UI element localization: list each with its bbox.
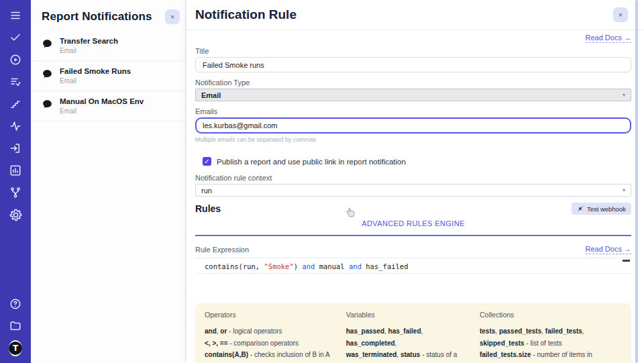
cheatsheet-line: was_terminated, status - status of a run [346,349,468,363]
chat-bubble-icon [42,38,53,50]
column-header: Variables [346,311,468,319]
notification-title: Manual On MacOS Env [60,97,144,107]
report-notifications-panel: Report Notifications × Transfer Search E… [31,0,186,363]
notification-title: Failed Smoke Runs [60,66,131,76]
notification-rule-panel: Notification Rule × Read Docs → Title No… [186,0,644,363]
notification-type-select[interactable]: Email ▾ [195,89,631,101]
cheatsheet-line: tests, passed_tests, failed_tests, skipp… [480,325,622,349]
notification-type-value: Email [201,91,221,99]
chart-icon[interactable] [9,164,22,177]
import-icon[interactable] [9,142,22,155]
notification-list-item[interactable]: Transfer Search Email [31,31,185,61]
cheatsheet-line: has_passed, has_failed, has_completed, [346,325,468,349]
notification-type-label: Notification Type [195,79,631,87]
rule-close-button[interactable]: × [613,7,628,22]
rule-context-select[interactable]: run ▾ [195,184,631,197]
rule-expression-code[interactable]: contains(run, "Smoke") and manual and ha… [195,258,631,274]
test-webhook-button[interactable]: Test webhook [572,203,631,215]
cheatsheet-column-operators: Operators and, or - logical operators <,… [205,311,334,363]
app-sidebar: T [0,0,31,363]
check-icon[interactable] [9,31,22,44]
notification-list-item[interactable]: Manual On MacOS Env Email [31,91,185,121]
panel-title: Report Notifications [42,10,152,23]
page-title: Notification Rule [195,7,297,22]
projects-folder-icon[interactable] [9,319,22,333]
cheatsheet-line: <, >, == - comparison operators [205,338,334,350]
emails-input[interactable] [195,117,631,134]
swap-arrows-icon [577,205,584,212]
emails-label: Emails [195,107,631,115]
test-webhook-label: Test webhook [587,205,626,213]
rule-expression-label: Rule Expression [195,246,249,254]
logo-icon[interactable]: T [9,342,22,355]
rule-context-value: run [201,187,212,195]
notification-subtitle: Email [60,76,131,86]
column-header: Operators [205,311,334,319]
cheatsheet-line: failed_tests.size - number of items in c… [480,349,622,363]
cheatsheet-line: time.hour, time.minute, time.day - datet… [205,361,334,363]
vertical-scrollbar[interactable] [635,0,638,363]
help-icon[interactable] [9,297,22,311]
activity-icon[interactable] [9,119,22,133]
notification-subtitle: Email [60,107,144,116]
rule-context-label: Notification rule context [195,174,631,182]
rules-heading: Rules [195,203,221,214]
rules-cheatsheet: Operators and, or - logical operators <,… [195,303,631,363]
cheatsheet-column-variables: Variables has_passed, has_failed, has_co… [346,311,468,363]
steps-icon[interactable] [9,97,22,111]
list-check-icon[interactable] [9,75,22,89]
chat-bubble-icon [42,68,53,80]
notification-title: Transfer Search [60,36,118,46]
rules-tab-bar: ADVANCED RULES ENGINE [195,217,631,236]
rule-expression-editor[interactable]: contains(run, "Smoke") and manual and ha… [195,258,631,303]
cheatsheet-column-collections: Collections tests, passed_tests, failed_… [480,311,622,363]
chevron-down-icon: ▾ [623,187,625,193]
cheatsheet-line: and, or - logical operators [205,325,334,338]
chevron-down-icon: ▾ [623,92,625,98]
panel-close-button[interactable]: × [165,9,180,24]
settings-icon[interactable] [9,208,22,221]
chat-bubble-icon [42,99,53,110]
emails-help-text: Multiple emails can be separated by comm… [195,136,631,143]
title-label: Title [195,47,631,55]
editor-scroll-thumb[interactable] [623,260,630,262]
publish-report-label: Publish a report and use public link in … [217,158,406,166]
tab-advanced-rules-engine[interactable]: ADVANCED RULES ENGINE [362,219,465,227]
checkbox-checked-icon[interactable]: ✓ [203,157,211,166]
cheatsheet-line: contains(A,B) - checks inclusion of B in… [205,349,334,361]
column-header: Collections [480,311,622,319]
notification-subtitle: Email [60,46,118,56]
publish-report-checkbox-row[interactable]: ✓ Publish a report and use public link i… [203,157,631,166]
title-input[interactable] [195,57,631,72]
expression-read-docs-link[interactable]: Read Docs → [586,245,631,254]
notification-list-item[interactable]: Failed Smoke Runs Email [31,61,185,91]
menu-icon[interactable] [9,9,22,22]
branch-icon[interactable] [9,186,22,199]
play-circle-icon[interactable] [9,53,22,66]
read-docs-link[interactable]: Read Docs → [586,34,631,43]
